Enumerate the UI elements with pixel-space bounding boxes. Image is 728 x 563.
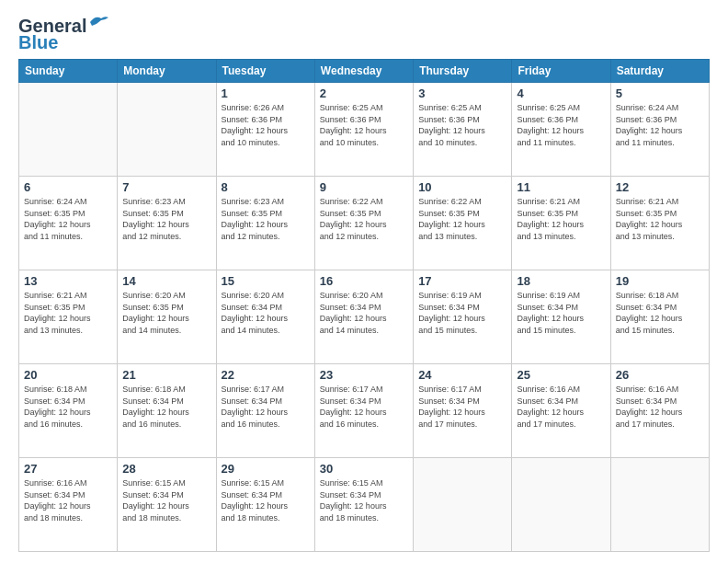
weekday-header-saturday: Saturday (610, 60, 709, 83)
day-info: Sunrise: 6:24 AM Sunset: 6:36 PM Dayligh… (616, 102, 704, 148)
calendar-cell: 23Sunrise: 6:17 AM Sunset: 6:34 PM Dayli… (314, 364, 413, 458)
day-info: Sunrise: 6:20 AM Sunset: 6:35 PM Dayligh… (122, 290, 210, 336)
calendar-cell: 5Sunrise: 6:24 AM Sunset: 6:36 PM Daylig… (610, 83, 709, 177)
calendar-cell: 1Sunrise: 6:26 AM Sunset: 6:36 PM Daylig… (216, 83, 314, 177)
day-number: 14 (122, 274, 210, 288)
day-info: Sunrise: 6:19 AM Sunset: 6:34 PM Dayligh… (517, 290, 605, 336)
calendar-cell: 30Sunrise: 6:15 AM Sunset: 6:34 PM Dayli… (314, 458, 413, 552)
calendar-cell: 10Sunrise: 6:22 AM Sunset: 6:35 PM Dayli… (414, 177, 512, 270)
day-info: Sunrise: 6:15 AM Sunset: 6:34 PM Dayligh… (122, 477, 210, 523)
calendar-cell: 22Sunrise: 6:17 AM Sunset: 6:34 PM Dayli… (216, 364, 314, 458)
calendar-cell (512, 458, 610, 552)
weekday-header-sunday: Sunday (19, 60, 118, 83)
calendar-cell: 21Sunrise: 6:18 AM Sunset: 6:34 PM Dayli… (118, 364, 216, 458)
calendar-header-row: SundayMondayTuesdayWednesdayThursdayFrid… (19, 60, 710, 83)
calendar-cell: 28Sunrise: 6:15 AM Sunset: 6:34 PM Dayli… (118, 458, 216, 552)
day-info: Sunrise: 6:22 AM Sunset: 6:35 PM Dayligh… (320, 196, 408, 242)
day-number: 18 (517, 274, 605, 288)
day-number: 16 (320, 274, 408, 288)
day-number: 4 (517, 86, 605, 100)
day-info: Sunrise: 6:25 AM Sunset: 6:36 PM Dayligh… (320, 102, 408, 148)
calendar-cell: 29Sunrise: 6:15 AM Sunset: 6:34 PM Dayli… (216, 458, 314, 552)
day-number: 17 (418, 274, 506, 288)
calendar-cell: 6Sunrise: 6:24 AM Sunset: 6:35 PM Daylig… (19, 177, 118, 270)
calendar-cell (610, 458, 709, 552)
day-number: 7 (122, 180, 210, 194)
day-number: 5 (616, 86, 704, 100)
day-number: 15 (222, 274, 310, 288)
day-info: Sunrise: 6:21 AM Sunset: 6:35 PM Dayligh… (24, 290, 112, 336)
calendar-table: SundayMondayTuesdayWednesdayThursdayFrid… (18, 59, 710, 552)
day-number: 29 (222, 462, 310, 476)
day-info: Sunrise: 6:21 AM Sunset: 6:35 PM Dayligh… (517, 196, 605, 242)
day-number: 21 (122, 368, 210, 382)
day-info: Sunrise: 6:19 AM Sunset: 6:34 PM Dayligh… (418, 290, 506, 336)
calendar-cell: 18Sunrise: 6:19 AM Sunset: 6:34 PM Dayli… (512, 270, 610, 364)
day-number: 19 (616, 274, 704, 288)
day-number: 6 (24, 180, 112, 194)
logo-blue-text: Blue (18, 33, 58, 52)
calendar-cell: 15Sunrise: 6:20 AM Sunset: 6:34 PM Dayli… (216, 270, 314, 364)
calendar-week-1: 1Sunrise: 6:26 AM Sunset: 6:36 PM Daylig… (19, 83, 710, 177)
day-info: Sunrise: 6:18 AM Sunset: 6:34 PM Dayligh… (24, 384, 112, 430)
calendar-cell: 14Sunrise: 6:20 AM Sunset: 6:35 PM Dayli… (118, 270, 216, 364)
calendar-cell: 9Sunrise: 6:22 AM Sunset: 6:35 PM Daylig… (314, 177, 413, 270)
calendar-week-4: 20Sunrise: 6:18 AM Sunset: 6:34 PM Dayli… (19, 364, 710, 458)
day-number: 1 (222, 86, 310, 100)
header: General Blue (18, 17, 710, 52)
day-info: Sunrise: 6:26 AM Sunset: 6:36 PM Dayligh… (222, 102, 310, 148)
calendar-week-2: 6Sunrise: 6:24 AM Sunset: 6:35 PM Daylig… (19, 177, 710, 270)
logo-bird-icon (88, 15, 108, 29)
day-number: 26 (616, 368, 704, 382)
calendar-cell: 12Sunrise: 6:21 AM Sunset: 6:35 PM Dayli… (610, 177, 709, 270)
calendar-cell: 25Sunrise: 6:16 AM Sunset: 6:34 PM Dayli… (512, 364, 610, 458)
day-number: 25 (517, 368, 605, 382)
day-info: Sunrise: 6:17 AM Sunset: 6:34 PM Dayligh… (222, 384, 310, 430)
calendar-cell (19, 83, 118, 177)
day-number: 22 (222, 368, 310, 382)
weekday-header-tuesday: Tuesday (216, 60, 314, 83)
calendar-cell: 2Sunrise: 6:25 AM Sunset: 6:36 PM Daylig… (314, 83, 413, 177)
day-info: Sunrise: 6:20 AM Sunset: 6:34 PM Dayligh… (222, 290, 310, 336)
day-number: 2 (320, 86, 408, 100)
weekday-header-monday: Monday (118, 60, 216, 83)
calendar-cell: 16Sunrise: 6:20 AM Sunset: 6:34 PM Dayli… (314, 270, 413, 364)
calendar-cell (118, 83, 216, 177)
day-number: 3 (418, 86, 506, 100)
day-info: Sunrise: 6:17 AM Sunset: 6:34 PM Dayligh… (418, 384, 506, 430)
calendar-week-3: 13Sunrise: 6:21 AM Sunset: 6:35 PM Dayli… (19, 270, 710, 364)
day-info: Sunrise: 6:16 AM Sunset: 6:34 PM Dayligh… (616, 384, 704, 430)
weekday-header-friday: Friday (512, 60, 610, 83)
calendar-cell: 24Sunrise: 6:17 AM Sunset: 6:34 PM Dayli… (414, 364, 512, 458)
calendar-week-5: 27Sunrise: 6:16 AM Sunset: 6:34 PM Dayli… (19, 458, 710, 552)
calendar-cell: 17Sunrise: 6:19 AM Sunset: 6:34 PM Dayli… (414, 270, 512, 364)
day-info: Sunrise: 6:15 AM Sunset: 6:34 PM Dayligh… (222, 477, 310, 523)
weekday-header-thursday: Thursday (414, 60, 512, 83)
day-number: 30 (320, 462, 408, 476)
calendar-cell: 13Sunrise: 6:21 AM Sunset: 6:35 PM Dayli… (19, 270, 118, 364)
day-info: Sunrise: 6:22 AM Sunset: 6:35 PM Dayligh… (418, 196, 506, 242)
calendar-cell: 19Sunrise: 6:18 AM Sunset: 6:34 PM Dayli… (610, 270, 709, 364)
day-number: 12 (616, 180, 704, 194)
calendar-cell: 7Sunrise: 6:23 AM Sunset: 6:35 PM Daylig… (118, 177, 216, 270)
day-info: Sunrise: 6:18 AM Sunset: 6:34 PM Dayligh… (616, 290, 704, 336)
day-number: 11 (517, 180, 605, 194)
calendar-cell: 20Sunrise: 6:18 AM Sunset: 6:34 PM Dayli… (19, 364, 118, 458)
day-number: 24 (418, 368, 506, 382)
calendar-cell: 11Sunrise: 6:21 AM Sunset: 6:35 PM Dayli… (512, 177, 610, 270)
day-info: Sunrise: 6:24 AM Sunset: 6:35 PM Dayligh… (24, 196, 112, 242)
day-info: Sunrise: 6:18 AM Sunset: 6:34 PM Dayligh… (122, 384, 210, 430)
day-number: 27 (24, 462, 112, 476)
calendar-cell: 27Sunrise: 6:16 AM Sunset: 6:34 PM Dayli… (19, 458, 118, 552)
day-info: Sunrise: 6:21 AM Sunset: 6:35 PM Dayligh… (616, 196, 704, 242)
day-number: 10 (418, 180, 506, 194)
page: General Blue SundayMondayTuesdayWednesda… (0, 0, 728, 563)
day-info: Sunrise: 6:16 AM Sunset: 6:34 PM Dayligh… (517, 384, 605, 430)
day-number: 8 (222, 180, 310, 194)
day-info: Sunrise: 6:20 AM Sunset: 6:34 PM Dayligh… (320, 290, 408, 336)
calendar-cell: 26Sunrise: 6:16 AM Sunset: 6:34 PM Dayli… (610, 364, 709, 458)
day-info: Sunrise: 6:16 AM Sunset: 6:34 PM Dayligh… (24, 477, 112, 523)
day-number: 20 (24, 368, 112, 382)
day-info: Sunrise: 6:23 AM Sunset: 6:35 PM Dayligh… (222, 196, 310, 242)
day-number: 13 (24, 274, 112, 288)
